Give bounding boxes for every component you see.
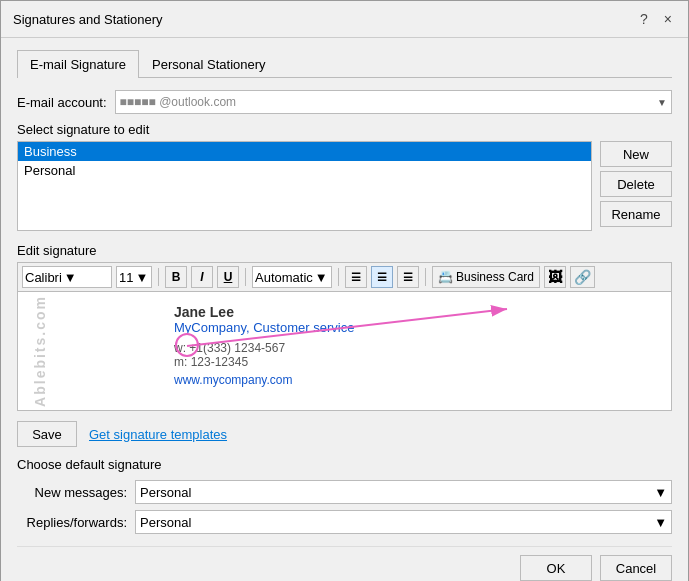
color-select[interactable]: Automatic ▼ [252,266,332,288]
new-messages-value: Personal [140,485,191,500]
cancel-button[interactable]: Cancel [600,555,672,581]
insert-picture-button[interactable]: 🖼 [544,266,566,288]
sig-editor-toolbar: Calibri ▼ 11 ▼ B I U [17,262,672,291]
email-account-row: E-mail account: ■■■■■ @outlook.com ▼ [17,90,672,114]
tab-personal-stationery[interactable]: Personal Stationery [139,50,278,78]
replies-value: Personal [140,515,191,530]
replies-arrow: ▼ [654,515,667,530]
edit-sig-label: Edit signature [17,243,672,258]
sig-phone-m: m: 123-12345 [174,355,655,369]
sig-list-item-business[interactable]: Business [18,142,591,161]
underline-button[interactable]: U [217,266,239,288]
sig-name: Jane Lee [174,304,655,320]
align-center-button[interactable]: ☰ [371,266,393,288]
ok-button[interactable]: OK [520,555,592,581]
select-sig-label: Select signature to edit [17,122,672,137]
replies-label: Replies/forwards: [17,515,127,530]
save-button[interactable]: Save [17,421,77,447]
watermark: Ablebits.com [26,292,54,410]
replies-row: Replies/forwards: Personal ▼ [17,510,672,534]
rename-button[interactable]: Rename [600,201,672,227]
choose-default-title: Choose default signature [17,457,672,472]
edit-sig-section: Edit signature Calibri ▼ 11 ▼ B I [17,243,672,411]
help-button[interactable]: ? [636,9,652,29]
sig-list-area: Business Personal New Delete Rename [17,141,672,231]
bottom-buttons: OK Cancel [17,546,672,581]
watermark-text: Ablebits.com [32,295,48,407]
email-account-label: E-mail account: [17,95,107,110]
align-right-button[interactable]: ☰ [397,266,419,288]
toolbar-sep4 [425,268,426,286]
italic-button[interactable]: I [191,266,213,288]
delete-button[interactable]: Delete [600,171,672,197]
email-account-value: ■■■■■ @outlook.com [120,95,236,109]
tab-bar: E-mail Signature Personal Stationery [17,50,672,78]
sig-editor[interactable]: Ablebits.com Jane Lee MyCompany, Custome… [17,291,672,411]
new-button[interactable]: New [600,141,672,167]
title-bar-controls: ? × [636,9,676,29]
sig-list-buttons: New Delete Rename [600,141,672,231]
color-select-arrow: ▼ [315,270,328,285]
title-bar: Signatures and Stationery ? × [1,1,688,38]
size-select-arrow: ▼ [135,270,148,285]
get-templates-link[interactable]: Get signature templates [89,427,227,442]
replies-select[interactable]: Personal ▼ [135,510,672,534]
signatures-stationery-dialog: Signatures and Stationery ? × E-mail Sig… [0,0,689,581]
sig-phone: w: +1(333) 1234-567 m: 123-12345 [174,341,655,369]
new-messages-select[interactable]: Personal ▼ [135,480,672,504]
close-button[interactable]: × [660,9,676,29]
toolbar-sep2 [245,268,246,286]
bold-button[interactable]: B [165,266,187,288]
dialog-title: Signatures and Stationery [13,12,163,27]
toolbar-sep1 [158,268,159,286]
sig-company: MyCompany, Customer service [174,320,655,335]
save-row: Save Get signature templates [17,421,672,447]
insert-hyperlink-button[interactable]: 🔗 [570,266,595,288]
new-messages-arrow: ▼ [654,485,667,500]
sig-phone-w: w: +1(333) 1234-567 [174,341,655,355]
sig-content: Jane Lee MyCompany, Customer service w: … [34,304,655,387]
dialog-body: E-mail Signature Personal Stationery E-m… [1,38,688,581]
toolbar-sep3 [338,268,339,286]
font-select-arrow: ▼ [64,270,77,285]
tab-email-signature[interactable]: E-mail Signature [17,50,139,78]
align-left-button[interactable]: ☰ [345,266,367,288]
size-select[interactable]: 11 ▼ [116,266,152,288]
new-messages-label: New messages: [17,485,127,500]
email-account-dropdown[interactable]: ■■■■■ @outlook.com ▼ [115,90,672,114]
business-card-icon: 📇 [438,270,453,284]
business-card-button[interactable]: 📇 Business Card [432,266,540,288]
new-messages-row: New messages: Personal ▼ [17,480,672,504]
sig-list[interactable]: Business Personal [17,141,592,231]
sig-website: www.mycompany.com [174,373,655,387]
sig-list-item-personal[interactable]: Personal [18,161,591,180]
choose-default-section: Choose default signature New messages: P… [17,457,672,534]
font-select[interactable]: Calibri ▼ [22,266,112,288]
email-account-arrow: ▼ [657,97,667,108]
sig-editor-wrapper: Ablebits.com Jane Lee MyCompany, Custome… [17,291,672,411]
